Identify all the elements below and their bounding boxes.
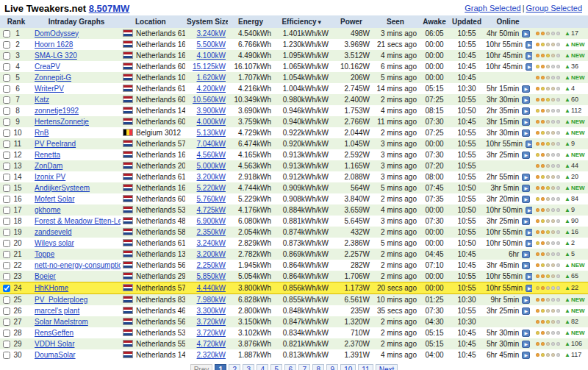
system-size-link[interactable]: 5.000kW — [197, 162, 226, 170]
pagination-page-3[interactable]: 3 — [243, 364, 254, 370]
play-graph-icon[interactable]: ▶ — [522, 107, 530, 115]
system-size-link[interactable]: 5.500kW — [197, 40, 226, 49]
row-select-checkbox[interactable] — [3, 74, 10, 82]
play-graph-icon[interactable]: ▶ — [522, 185, 530, 192]
system-size-link[interactable]: 5.220kW — [197, 184, 226, 192]
system-name-link[interactable]: Solar Maelstrom — [35, 318, 88, 326]
pagination-page-5[interactable]: 5 — [270, 364, 282, 370]
system-name-link[interactable]: nett-no-energy-consumption — [35, 261, 121, 269]
system-name-link[interactable]: Boeier — [35, 272, 56, 280]
system-name-link[interactable]: RnB — [35, 129, 49, 137]
system-size-link[interactable]: 4.100kW — [197, 51, 226, 60]
col-header-system-size[interactable]: System Size — [185, 15, 228, 28]
col-header-awake[interactable]: Awake — [419, 15, 450, 28]
system-name-link[interactable]: ZonDam — [35, 162, 62, 170]
system-size-link[interactable]: 3.240kW — [197, 29, 226, 38]
system-name-link[interactable]: Wileys solar — [35, 239, 74, 247]
row-select-checkbox[interactable] — [3, 52, 10, 60]
system-name-link[interactable]: Hoorn 1628 — [35, 40, 73, 49]
row-select-checkbox[interactable] — [3, 63, 10, 71]
system-name-link[interactable]: CreaPV — [35, 63, 60, 71]
row-select-checkbox[interactable] — [3, 273, 10, 280]
row-select-checkbox[interactable] — [3, 107, 10, 115]
row-select-checkbox[interactable] — [3, 341, 10, 348]
system-name-link[interactable]: WriterPV — [35, 85, 64, 93]
row-select-checkbox[interactable] — [3, 240, 10, 247]
row-select-checkbox[interactable] — [3, 218, 10, 225]
play-graph-icon[interactable]: ▶ — [526, 140, 532, 148]
play-graph-icon[interactable]: ▶ — [522, 296, 530, 304]
pagination-page-11[interactable]: 11 — [358, 364, 373, 370]
system-name-link[interactable]: Toppe — [35, 250, 54, 258]
system-size-link[interactable]: 15.125kW — [193, 63, 226, 71]
pagination-page-6[interactable]: 6 — [284, 364, 296, 370]
system-name-link[interactable]: VDDH Solar — [35, 340, 74, 348]
pagination-page-1[interactable]: 1 — [215, 364, 226, 370]
play-graph-icon[interactable]: ▶ — [522, 174, 530, 181]
play-graph-icon[interactable]: ▶ — [522, 307, 530, 315]
pagination-page-4[interactable]: 4 — [257, 364, 268, 370]
col-header-location[interactable]: Location — [121, 15, 185, 28]
play-graph-icon[interactable]: ▶ — [526, 240, 532, 247]
system-name-link[interactable]: RensGeffen — [35, 329, 74, 337]
play-graph-icon[interactable]: ▶ — [526, 207, 532, 214]
play-graph-icon[interactable]: ▶ — [522, 330, 530, 337]
row-select-checkbox[interactable] — [3, 296, 10, 304]
play-graph-icon[interactable]: ▶ — [526, 63, 532, 71]
system-name-link[interactable]: DomOdyssey — [35, 29, 79, 38]
system-size-link[interactable]: 4.720kW — [197, 340, 226, 348]
row-select-checkbox[interactable] — [3, 118, 10, 126]
system-size-link[interactable]: 4.000kW — [197, 118, 226, 126]
play-graph-icon[interactable]: ▶ — [522, 341, 530, 348]
system-size-link[interactable]: 3.720kW — [197, 329, 226, 337]
row-select-checkbox[interactable] — [3, 152, 10, 159]
system-size-link[interactable]: 3.900kW — [197, 107, 226, 115]
row-select-checkbox[interactable] — [3, 207, 10, 214]
row-select-checkbox[interactable] — [3, 251, 10, 258]
system-size-link[interactable]: 4.725kW — [197, 206, 226, 214]
play-graph-icon[interactable]: ▶ — [522, 152, 530, 159]
system-name-link[interactable]: SMA-LG 320 — [35, 51, 77, 60]
group-selected-link[interactable]: Group Selected — [526, 4, 582, 13]
pagination-page-8[interactable]: 8 — [312, 364, 324, 370]
col-header-energy[interactable]: Energy — [228, 15, 273, 28]
play-graph-icon[interactable]: ▶ — [522, 196, 530, 203]
system-size-link[interactable]: 6.900kW — [197, 217, 226, 225]
system-name-link[interactable]: DoumaSolar — [35, 351, 76, 359]
pagination-page-2[interactable]: 2 — [229, 364, 240, 370]
row-select-checkbox[interactable] — [3, 319, 10, 326]
play-graph-icon[interactable]: ▶ — [522, 251, 530, 258]
system-name-link[interactable]: Katz — [35, 96, 49, 104]
system-size-link[interactable]: 3.720kW — [197, 318, 226, 326]
row-select-checkbox[interactable] — [3, 285, 10, 292]
play-graph-icon[interactable]: ▶ — [526, 229, 532, 236]
play-graph-icon[interactable]: ▶ — [522, 96, 530, 104]
total-power-link[interactable]: 8.507MW — [89, 3, 130, 14]
system-size-link[interactable]: 3.240kW — [197, 239, 226, 247]
system-size-link[interactable]: 3.200kW — [197, 250, 226, 258]
system-size-link[interactable]: 1.620kW — [197, 74, 226, 82]
play-graph-icon[interactable]: ▶ — [522, 85, 530, 93]
pagination-page-9[interactable]: 9 — [326, 364, 338, 370]
col-header-power[interactable]: Power — [331, 15, 372, 28]
play-graph-icon[interactable]: ▶ — [522, 129, 530, 137]
row-select-checkbox[interactable] — [3, 229, 10, 236]
play-graph-icon[interactable]: ▶ — [526, 273, 532, 280]
graph-selected-link[interactable]: Graph Selected — [465, 4, 520, 13]
system-size-link[interactable]: 4.440kW — [197, 284, 226, 292]
row-select-checkbox[interactable] — [3, 352, 10, 359]
system-name-link[interactable]: HertensZonnetje — [35, 118, 89, 126]
system-name-link[interactable]: zandseveld — [35, 228, 72, 236]
play-graph-icon[interactable]: ▶ — [522, 118, 530, 126]
play-graph-icon[interactable]: ▶ — [522, 352, 530, 359]
system-name-link[interactable]: marcel's plant — [35, 307, 79, 315]
col-header-intraday-graphs[interactable]: Intraday Graphs — [32, 15, 121, 28]
pagination-next[interactable]: Next — [376, 364, 398, 370]
system-size-link[interactable]: 2.250kW — [197, 261, 226, 269]
col-header-online[interactable]: Online — [484, 15, 532, 28]
col-header-seen[interactable]: Seen — [372, 15, 419, 28]
system-size-link[interactable]: 3.200kW — [197, 173, 226, 181]
system-name-link[interactable]: zonnetje1992 — [35, 107, 79, 115]
system-name-link[interactable]: Zonnepit-G — [35, 74, 71, 82]
play-graph-icon[interactable]: ▶ — [522, 218, 530, 225]
